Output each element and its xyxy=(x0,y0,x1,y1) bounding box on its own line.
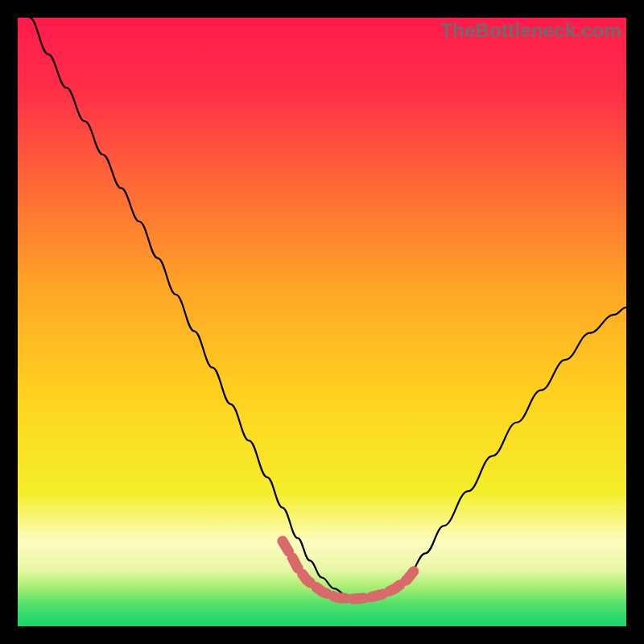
plot-area: TheBottleneck.com xyxy=(18,18,626,626)
gradient-background xyxy=(18,18,626,626)
chart-frame: TheBottleneck.com xyxy=(0,0,644,644)
bottleneck-chart xyxy=(18,18,626,626)
watermark-text: TheBottleneck.com xyxy=(440,19,621,42)
